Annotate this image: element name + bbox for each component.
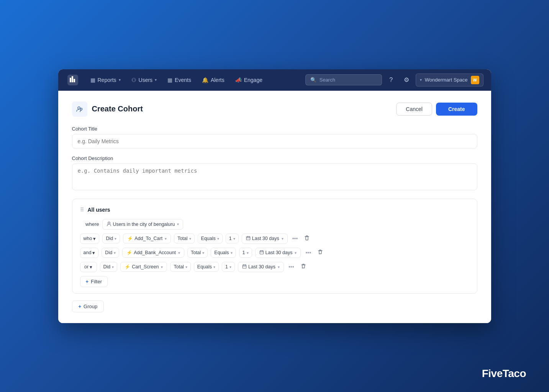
cohort-desc-input[interactable] xyxy=(72,163,477,190)
or-action-value: Cart_Screen xyxy=(132,264,159,270)
gear-icon: ⚙ xyxy=(404,76,409,83)
svg-rect-5 xyxy=(260,251,263,254)
or-count-value: 1 xyxy=(225,264,228,270)
and-more-icon[interactable]: ••• xyxy=(304,248,313,257)
nav-item-events[interactable]: ▦ Events xyxy=(163,75,196,85)
svg-point-2 xyxy=(80,108,82,110)
who-action-value: Add_To_Cart xyxy=(134,236,162,241)
svg-point-3 xyxy=(108,222,110,224)
who-action-chevron: ▾ xyxy=(165,237,167,241)
where-row: where Users in the city of bengaluru ▾ xyxy=(80,219,469,230)
who-chevron-icon: ▾ xyxy=(93,236,96,242)
or-label-btn[interactable]: or ▾ xyxy=(80,262,97,272)
app-logo[interactable] xyxy=(66,73,80,87)
workspace-selector[interactable]: ▾ Wondermart Space W xyxy=(416,74,483,87)
chevron-down-icon: ▾ xyxy=(420,78,422,82)
who-count-value: 1 xyxy=(229,236,232,241)
who-label-btn[interactable]: who ▾ xyxy=(80,234,100,244)
nav-item-reports[interactable]: ▦ Reports ▾ xyxy=(86,75,125,85)
help-button[interactable]: ? xyxy=(385,74,397,86)
nav-item-engage[interactable]: 📣 Engage xyxy=(231,75,267,85)
who-equals-label: Equals xyxy=(201,236,216,241)
cancel-button[interactable]: Cancel xyxy=(396,103,432,116)
who-label: who xyxy=(84,236,92,241)
filter-section-header: ⠿ All users xyxy=(80,207,469,213)
or-time-badge[interactable]: Last 30 days ▾ xyxy=(238,262,284,272)
and-delete-icon[interactable] xyxy=(316,248,325,258)
who-time-value: Last 30 days xyxy=(252,236,279,241)
or-label: or xyxy=(84,264,88,270)
user-filter-icon xyxy=(107,221,111,227)
add-filter-button[interactable]: + Filter xyxy=(80,276,108,287)
all-users-label: All users xyxy=(88,207,110,213)
and-did-chevron: ▾ xyxy=(114,251,116,255)
who-more-icon[interactable]: ••• xyxy=(291,234,300,243)
and-time-value: Last 30 days xyxy=(265,250,293,255)
question-icon: ? xyxy=(389,77,393,83)
and-label-btn[interactable]: and ▾ xyxy=(80,248,99,258)
who-total-badge[interactable]: Total ▾ xyxy=(174,234,194,243)
main-content: Create Cohort Cancel Create Cohort Title… xyxy=(58,91,491,323)
workspace-name: Wondermart Space xyxy=(425,77,468,83)
who-action-badge[interactable]: ⚡ Add_To_Cart ▾ xyxy=(123,234,171,243)
who-delete-icon[interactable] xyxy=(302,234,311,244)
svg-rect-6 xyxy=(243,265,246,268)
calendar-icon-3 xyxy=(242,264,247,270)
or-delete-icon[interactable] xyxy=(299,262,308,272)
who-time-badge[interactable]: Last 30 days ▾ xyxy=(242,234,288,244)
or-did-badge[interactable]: Did ▾ xyxy=(100,262,118,272)
and-count-badge[interactable]: 1 ▾ xyxy=(239,248,252,258)
or-total-badge[interactable]: Total ▾ xyxy=(170,262,190,272)
cohort-title-input[interactable] xyxy=(72,134,477,149)
who-did-label: Did xyxy=(106,236,113,241)
or-total-chevron: ▾ xyxy=(185,265,187,269)
nav-item-users[interactable]: ⚇ Users ▾ xyxy=(127,75,162,85)
search-placeholder: Search xyxy=(320,77,335,83)
and-action-badge[interactable]: ⚡ Add_Bank_Account ▾ xyxy=(122,248,184,258)
page-header: Create Cohort Cancel Create xyxy=(72,101,477,117)
add-group-label: Group xyxy=(84,304,97,309)
and-total-badge[interactable]: Total ▾ xyxy=(187,248,208,258)
or-count-badge[interactable]: 1 ▾ xyxy=(222,262,235,272)
action-icon-3: ⚡ xyxy=(125,264,130,270)
who-did-badge[interactable]: Did ▾ xyxy=(102,234,120,243)
nav-engage-label: Engage xyxy=(244,77,262,83)
create-button[interactable]: Create xyxy=(436,103,477,116)
and-chevron-icon: ▾ xyxy=(92,250,95,256)
settings-button[interactable]: ⚙ xyxy=(400,74,413,86)
and-equals-chevron: ▾ xyxy=(231,251,233,255)
fivetaco-brand: FiveTaco xyxy=(482,368,526,380)
who-equals-badge[interactable]: Equals ▾ xyxy=(198,234,223,243)
where-chevron-icon: ▾ xyxy=(177,222,179,226)
or-time-chevron: ▾ xyxy=(278,265,280,269)
cohort-desc-label: Cohort Description xyxy=(72,155,477,161)
or-equals-label: Equals xyxy=(197,264,212,270)
or-time-value: Last 30 days xyxy=(248,264,275,270)
and-count-chevron: ▾ xyxy=(247,251,249,255)
who-did-chevron: ▾ xyxy=(115,237,116,241)
who-count-badge[interactable]: 1 ▾ xyxy=(226,234,239,243)
workspace-initials: W xyxy=(473,78,477,82)
or-did-label: Did xyxy=(103,264,111,270)
where-filter-badge[interactable]: Users in the city of bengaluru ▾ xyxy=(102,219,184,230)
nav-items: ▦ Reports ▾ ⚇ Users ▾ ▦ Events 🔔 Alerts … xyxy=(86,75,305,85)
reports-chevron-icon: ▾ xyxy=(119,78,121,82)
and-equals-badge[interactable]: Equals ▾ xyxy=(211,248,236,258)
cohort-icon xyxy=(72,101,87,117)
add-group-button[interactable]: + Group xyxy=(72,301,104,312)
or-equals-badge[interactable]: Equals ▾ xyxy=(194,262,219,272)
or-action-badge[interactable]: ⚡ Cart_Screen ▾ xyxy=(120,262,167,272)
and-did-badge[interactable]: Did ▾ xyxy=(102,248,119,258)
nav-users-label: Users xyxy=(139,77,153,83)
nav-item-alerts[interactable]: 🔔 Alerts xyxy=(197,75,229,85)
navbar: ▦ Reports ▾ ⚇ Users ▾ ▦ Events 🔔 Alerts … xyxy=(58,69,491,91)
where-filter-value: Users in the city of bengaluru xyxy=(113,222,175,227)
who-row: who ▾ Did ▾ ⚡ Add_To_Cart ▾ Total ▾ Eq xyxy=(80,234,469,244)
search-box[interactable]: 🔍 Search xyxy=(305,74,382,85)
or-count-chevron: ▾ xyxy=(229,265,231,269)
and-time-badge[interactable]: Last 30 days ▾ xyxy=(255,248,301,258)
or-more-icon[interactable]: ••• xyxy=(287,262,296,271)
cohort-title-label: Cohort Title xyxy=(72,126,477,132)
who-time-chevron: ▾ xyxy=(282,237,284,241)
nav-reports-label: Reports xyxy=(98,77,116,83)
